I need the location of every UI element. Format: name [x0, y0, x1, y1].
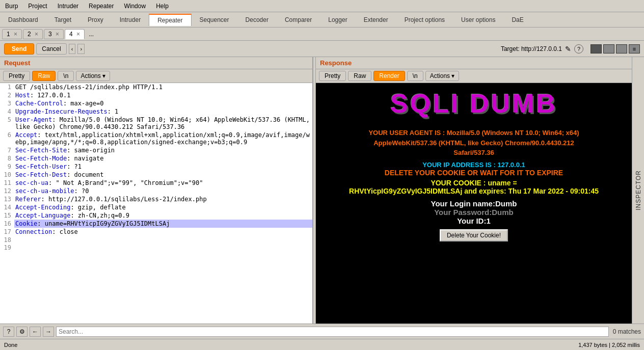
- close-tab-3-icon[interactable]: ×: [56, 31, 59, 38]
- request-body[interactable]: 1GET /sqlilabs/Less-21/index.php HTTP/1.…: [0, 83, 312, 324]
- view-single-icon[interactable]: [616, 44, 627, 53]
- line-number: 17: [0, 228, 14, 236]
- line-text: Upgrade-Insecure-Requests: 1: [14, 107, 312, 116]
- tab-comparer[interactable]: Comparer: [277, 14, 320, 25]
- repeater-tab-more[interactable]: ...: [86, 30, 97, 39]
- response-tab-raw[interactable]: Raw: [348, 71, 371, 81]
- edit-target-icon[interactable]: ✎: [565, 45, 571, 53]
- send-button[interactable]: Send: [4, 43, 34, 55]
- matches-count: 0 matches: [613, 328, 641, 335]
- inspector-toggle[interactable]: ≡: [629, 44, 640, 53]
- repeater-tab-2[interactable]: 2 ×: [23, 29, 43, 39]
- menu-help[interactable]: Help: [151, 2, 174, 11]
- target-label: Target: http://127.0.0.1: [501, 45, 562, 52]
- nav-back-button[interactable]: ‹: [69, 44, 76, 54]
- search-back-button[interactable]: ←: [30, 327, 41, 337]
- search-forward-button[interactable]: →: [43, 327, 54, 337]
- line-number: 18: [0, 236, 14, 244]
- help-icon[interactable]: ?: [574, 44, 583, 53]
- repeater-tab-4[interactable]: 4 ×: [65, 29, 85, 39]
- response-tab-render[interactable]: Render: [373, 71, 405, 81]
- menu-repeater[interactable]: Repeater: [84, 2, 119, 11]
- response-tab-hex[interactable]: \n: [407, 71, 423, 81]
- bottom-help-button[interactable]: ?: [3, 327, 14, 337]
- response-actions-button[interactable]: Actions ▾: [425, 71, 459, 81]
- line-number: 10: [0, 171, 14, 179]
- view-horizontal-icon[interactable]: [603, 44, 614, 53]
- line-number: 7: [0, 146, 14, 154]
- request-toolbar: Pretty Raw \n Actions ▾: [0, 69, 312, 83]
- request-actions-button[interactable]: Actions ▾: [76, 71, 110, 81]
- table-row: 11sec-ch-ua: " Not A;Brand";v="99", "Chr…: [0, 179, 312, 187]
- close-tab-2-icon[interactable]: ×: [35, 31, 38, 38]
- table-row: 4Upgrade-Insecure-Requests: 1: [0, 107, 312, 116]
- search-input[interactable]: [56, 327, 609, 337]
- close-tab-4-icon[interactable]: ×: [76, 31, 80, 38]
- tab-sequencer[interactable]: Sequencer: [192, 14, 237, 25]
- response-panel: Response Pretty Raw Render \n Actions ▾ …: [316, 57, 632, 324]
- menu-burp[interactable]: Burp: [0, 2, 23, 11]
- line-text: Sec-Fetch-Mode: navigate: [14, 154, 312, 163]
- response-actions-dropdown-icon: ▾: [451, 72, 454, 79]
- tab-intruder[interactable]: Intruder: [112, 14, 149, 25]
- menu-intruder[interactable]: Intruder: [52, 2, 84, 11]
- status-left: Done: [4, 342, 17, 348]
- line-text: [14, 244, 312, 251]
- status-right: 1,437 bytes | 2,052 millis: [578, 342, 640, 348]
- table-row: 10Sec-Fetch-Dest: document: [0, 171, 312, 179]
- tab-target[interactable]: Target: [46, 14, 79, 25]
- user-agent-line3: Safari/537.36: [349, 148, 599, 158]
- table-row: 17Connection: close: [0, 228, 312, 236]
- table-row: 9Sec-Fetch-User: ?1: [0, 163, 312, 171]
- table-row: 14Accept-Encoding: gzip, deflate: [0, 203, 312, 211]
- close-tab-1-icon[interactable]: ×: [14, 31, 17, 38]
- tab-extender[interactable]: Extender: [356, 14, 396, 25]
- line-text: Accept-Encoding: gzip, deflate: [14, 203, 312, 211]
- table-row: 13Referer: http://127.0.0.1/sqlilabs/Les…: [0, 195, 312, 203]
- tab-proxy[interactable]: Proxy: [79, 14, 112, 25]
- menu-window[interactable]: Window: [119, 2, 151, 11]
- menu-project[interactable]: Project: [23, 2, 52, 11]
- user-agent-line2: AppleWebKit/537.36 (KHTML, like Gecko) C…: [349, 138, 599, 148]
- tab-repeater[interactable]: Repeater: [149, 14, 191, 26]
- table-row: 6Accept: text/html,application/xhtml+xml…: [0, 131, 312, 146]
- request-tab-hex[interactable]: \n: [58, 71, 74, 81]
- login-name-text: Your Login name:Dumb: [349, 199, 599, 208]
- table-row: 19: [0, 244, 312, 251]
- delete-cookie-button[interactable]: Delete Your Cookie!: [440, 229, 508, 241]
- table-row: 12sec-ch-ua-mobile: ?0: [0, 187, 312, 195]
- repeater-tab-1[interactable]: 1 ×: [2, 29, 22, 39]
- status-bar: Done 1,437 bytes | 2,052 millis: [0, 339, 644, 350]
- table-row: 15Accept-Language: zh-CN,zh;q=0.9: [0, 211, 312, 220]
- line-number: 3: [0, 99, 14, 107]
- line-text: Host: 127.0.0.1: [14, 91, 312, 99]
- nav-forward-button[interactable]: ›: [77, 44, 85, 54]
- line-number: 13: [0, 195, 14, 203]
- tab-dae[interactable]: DaE: [503, 14, 531, 25]
- line-text: Referer: http://127.0.0.1/sqlilabs/Less-…: [14, 195, 312, 203]
- response-tab-pretty[interactable]: Pretty: [319, 71, 346, 81]
- line-text: Sec-Fetch-Dest: document: [14, 171, 312, 179]
- your-cookie-label: YOUR COOKIE : uname =: [349, 179, 599, 187]
- view-split-icon[interactable]: [591, 44, 602, 53]
- table-row: 1GET /sqlilabs/Less-21/index.php HTTP/1.…: [0, 83, 312, 91]
- tab-decoder[interactable]: Decoder: [237, 14, 277, 25]
- line-text: Cookie: uname=RHVtYicpIG9yZGVyIGJ5IDMtLS…: [14, 220, 312, 228]
- table-row: 2Host: 127.0.0.1: [0, 91, 312, 99]
- request-tab-raw[interactable]: Raw: [32, 71, 56, 81]
- repeater-tab-3[interactable]: 3 ×: [44, 29, 64, 39]
- line-text: Accept: text/html,application/xhtml+xml,…: [14, 131, 312, 146]
- cancel-button[interactable]: Cancel: [36, 43, 66, 55]
- line-text: sec-ch-ua-mobile: ?0: [14, 187, 312, 195]
- tab-dashboard[interactable]: Dashboard: [0, 14, 46, 25]
- tab-project-options[interactable]: Project options: [396, 14, 453, 25]
- table-row: 8Sec-Fetch-Mode: navigate: [0, 154, 312, 163]
- table-row: 18: [0, 236, 312, 244]
- line-number: 4: [0, 107, 14, 116]
- bottom-settings-button[interactable]: ⚙: [16, 327, 28, 337]
- request-tab-pretty[interactable]: Pretty: [3, 71, 30, 81]
- line-number: 6: [0, 131, 14, 146]
- tab-logger[interactable]: Logger: [320, 14, 355, 25]
- tab-user-options[interactable]: User options: [453, 14, 503, 25]
- line-number: 11: [0, 179, 14, 187]
